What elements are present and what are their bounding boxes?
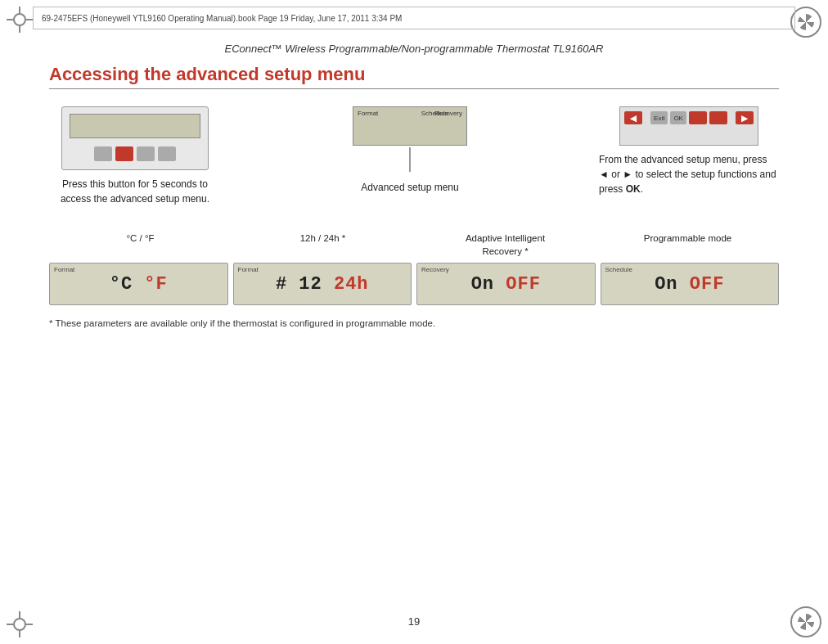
param-box-label-4: Schedule — [605, 266, 632, 273]
param-labels: °C / °F 12h / 24h * Adaptive Intelligent… — [49, 232, 779, 258]
nav-buttons-row: ◀ Exit OK ▶ — [624, 111, 754, 124]
caption-2: Advanced setup menu — [361, 180, 458, 195]
diagram-row: Press this button for 5 seconds to acces… — [49, 106, 779, 206]
adv-lcd-label-recovery: Recovery — [434, 110, 462, 117]
header-text: EConnect™ Wireless Programmable/Non-prog… — [224, 43, 603, 55]
vertical-line — [409, 147, 411, 172]
nav-red-btn-1[interactable] — [689, 111, 707, 124]
param-label-3: Adaptive Intelligent Recovery * — [414, 232, 596, 258]
top-bar-text: 69-2475EFS (Honeywell YTL9160 Operating … — [42, 14, 402, 23]
section-heading: Accessing the advanced setup menu — [49, 64, 779, 89]
adv-lcd: Format Schedule Recovery — [353, 106, 467, 146]
param-value-3: On OFF — [471, 274, 541, 295]
btn-gray-2[interactable] — [137, 146, 155, 161]
param-box-2: Format # 12 24h — [233, 263, 412, 305]
nav-exit-btn[interactable]: Exit — [650, 111, 668, 124]
param-box-label-3: Recovery — [421, 266, 449, 273]
nav-ok-btn[interactable]: OK — [670, 111, 686, 124]
param-box-label-2: Format — [238, 266, 259, 273]
caption-3-arrow-left: ◄ — [599, 169, 609, 180]
caption-1: Press this button for 5 seconds to acces… — [53, 177, 217, 206]
diagram-col-1: Press this button for 5 seconds to acces… — [49, 106, 221, 206]
nav-lcd: ◀ Exit OK ▶ — [619, 106, 758, 146]
nav-center-buttons: Exit OK — [650, 111, 727, 124]
thermo-box-1 — [61, 106, 209, 170]
diagram-col-2: Format Schedule Recovery Advanced setup … — [332, 106, 488, 195]
adv-lcd-label-format: Format — [358, 110, 378, 117]
page-header: EConnect™ Wireless Programmable/Non-prog… — [0, 43, 828, 55]
caption-3-arrow-right: ► — [623, 169, 632, 180]
param-label-2: 12h / 24h * — [232, 232, 414, 258]
param-label-1: °C / °F — [49, 232, 232, 258]
lcd-screen-1 — [70, 114, 200, 138]
caption-3-period: . — [641, 183, 643, 195]
corner-mark-tl — [7, 7, 33, 33]
footnote: * These parameters are available only if… — [49, 318, 779, 328]
param-value-4: On OFF — [655, 274, 724, 295]
main-content: Press this button for 5 seconds to acces… — [49, 98, 779, 595]
btn-red-1[interactable] — [115, 146, 133, 161]
param-value-2: # 12 24h — [276, 274, 369, 295]
top-bar: 69-2475EFS (Honeywell YTL9160 Operating … — [33, 7, 795, 29]
caption-3: From the advanced setup menu, press ◄ or… — [599, 152, 779, 196]
section-title-area: Accessing the advanced setup menu — [49, 64, 779, 89]
caption-3-line1: From the advanced setup menu, press — [599, 154, 767, 165]
btn-gray-3[interactable] — [158, 146, 176, 161]
caption-3-ok: OK — [626, 183, 641, 195]
diagram-col-3: ◀ Exit OK ▶ From the advanced setup menu… — [599, 106, 779, 196]
param-label-4: Programmable mode — [596, 232, 779, 258]
param-box-1: Format °C °F — [49, 263, 228, 305]
param-box-4: Schedule On OFF — [601, 263, 780, 305]
page-number: 19 — [0, 615, 828, 628]
param-row: °C / °F 12h / 24h * Adaptive Intelligent… — [49, 232, 779, 305]
nav-red-btn-2[interactable] — [709, 111, 727, 124]
param-box-3: Recovery On OFF — [416, 263, 596, 305]
btn-gray-1[interactable] — [94, 146, 112, 161]
caption-3-or-text: or — [611, 169, 620, 180]
nav-left-arrow[interactable]: ◀ — [624, 111, 642, 124]
param-value-1: °C °F — [110, 274, 168, 295]
btn-strip-1 — [94, 146, 176, 161]
nav-right-arrow[interactable]: ▶ — [736, 111, 754, 124]
param-box-label-1: Format — [54, 266, 74, 273]
param-displays: Format °C °F Format # 12 24h Recovery On… — [49, 263, 779, 305]
